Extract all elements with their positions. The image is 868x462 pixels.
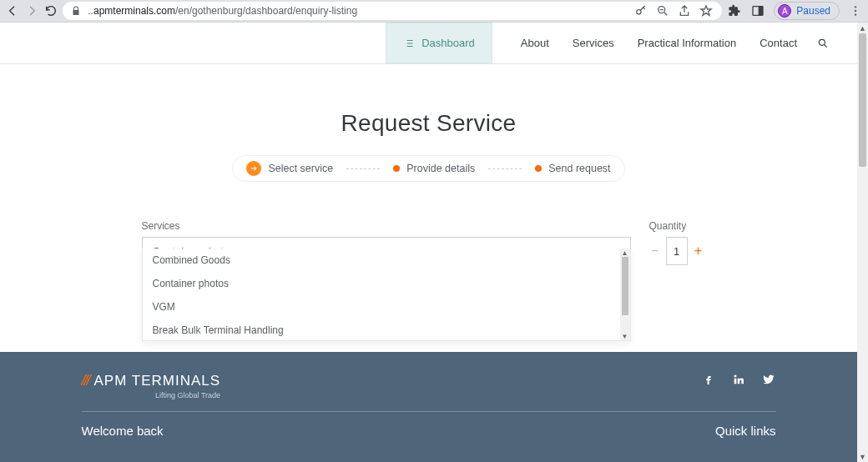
page-scrollbar[interactable]: ▲ ▼ <box>857 23 868 462</box>
site-footer: /// APM TERMINALS Lifting Global Trade W… <box>0 352 857 462</box>
share-icon[interactable] <box>677 3 692 18</box>
svg-point-6 <box>855 13 856 15</box>
url-text: ..apmterminals.com/en/gothenburg/dashboa… <box>88 5 627 17</box>
lock-icon <box>71 6 81 16</box>
forward-button[interactable] <box>24 3 38 19</box>
step-dot-icon <box>393 165 400 172</box>
services-label: Services <box>142 220 631 232</box>
page-title: Request Service <box>0 110 857 137</box>
step-label: Provide details <box>406 163 475 174</box>
services-dropdown: Combined Goods Container photos VGM Brea… <box>142 249 631 341</box>
svg-point-5 <box>855 10 856 12</box>
svg-point-7 <box>819 39 825 45</box>
brand-name: APM TERMINALS <box>94 373 221 389</box>
scroll-down-icon[interactable]: ▼ <box>622 332 628 340</box>
main-content: Request Service Select service Provide d… <box>0 64 857 265</box>
quantity-increase-button[interactable]: + <box>693 244 704 258</box>
brand-tagline: Lifting Global Trade <box>155 391 220 399</box>
twitter-icon[interactable] <box>761 372 776 387</box>
site-header: Dashboard About Services Practical Infor… <box>0 23 857 64</box>
key-icon[interactable] <box>633 3 648 18</box>
arrow-right-icon <box>246 161 261 176</box>
linkedin-icon[interactable] <box>731 372 746 387</box>
step-provide-details: Provide details <box>393 163 475 174</box>
scroll-up-icon[interactable]: ▲ <box>857 23 868 33</box>
nav-practical-information[interactable]: Practical Information <box>626 23 749 63</box>
footer-quick-links[interactable]: Quick links <box>715 424 776 438</box>
extensions-icon[interactable] <box>727 3 742 18</box>
logo-slashes-icon: /// <box>82 372 89 389</box>
address-bar[interactable]: ..apmterminals.com/en/gothenburg/dashboa… <box>63 2 722 20</box>
nav-services[interactable]: Services <box>561 23 626 63</box>
svg-point-0 <box>637 10 641 14</box>
dropdown-option-combined-goods[interactable]: Combined Goods <box>143 249 620 272</box>
facebook-icon[interactable] <box>701 372 716 387</box>
svg-point-4 <box>855 6 856 8</box>
quantity-label: Quantity <box>649 220 716 232</box>
dropdown-option-break-bulk-terminal-handling[interactable]: Break Bulk Terminal Handling <box>143 319 620 340</box>
dropdown-option-vgm[interactable]: VGM <box>143 295 620 319</box>
svg-rect-3 <box>759 7 763 16</box>
footer-brand: /// APM TERMINALS Lifting Global Trade <box>82 372 221 399</box>
quantity-input[interactable] <box>666 237 688 265</box>
dropdown-option-container-photos[interactable]: Container photos <box>143 272 620 295</box>
step-separator <box>488 168 522 169</box>
panel-icon[interactable] <box>750 3 765 18</box>
scroll-thumb[interactable] <box>859 33 866 167</box>
search-icon <box>817 38 829 49</box>
step-label: Select service <box>268 163 333 174</box>
scroll-thumb[interactable] <box>622 257 628 315</box>
list-icon <box>403 38 415 49</box>
step-dot-icon <box>535 165 542 172</box>
browser-toolbar: ..apmterminals.com/en/gothenburg/dashboa… <box>0 0 868 23</box>
profile-chip[interactable]: A Paused <box>774 2 840 20</box>
scroll-down-icon[interactable]: ▼ <box>857 451 868 462</box>
bookmark-star-icon[interactable] <box>699 3 714 18</box>
quantity-decrease-button[interactable]: − <box>649 244 661 258</box>
tab-dashboard-label: Dashboard <box>421 37 475 49</box>
nav-contact[interactable]: Contact <box>748 23 809 63</box>
step-select-service: Select service <box>246 161 333 176</box>
dropdown-scrollbar[interactable]: ▲ ▼ <box>620 249 630 340</box>
zoom-icon[interactable] <box>655 3 670 18</box>
avatar: A <box>778 4 791 18</box>
kebab-menu-icon[interactable] <box>848 3 863 18</box>
reload-button[interactable] <box>43 3 58 19</box>
nav-about[interactable]: About <box>509 23 561 63</box>
footer-welcome: Welcome back <box>82 424 164 438</box>
site-search-button[interactable] <box>809 23 837 63</box>
step-send-request: Send request <box>535 163 610 174</box>
progress-stepper: Select service Provide details Send requ… <box>232 155 624 182</box>
step-separator <box>346 168 380 169</box>
step-label: Send request <box>548 163 610 174</box>
back-button[interactable] <box>5 3 19 19</box>
scroll-up-icon[interactable]: ▲ <box>622 249 628 257</box>
profile-status: Paused <box>796 5 830 17</box>
tab-dashboard[interactable]: Dashboard <box>386 23 492 63</box>
